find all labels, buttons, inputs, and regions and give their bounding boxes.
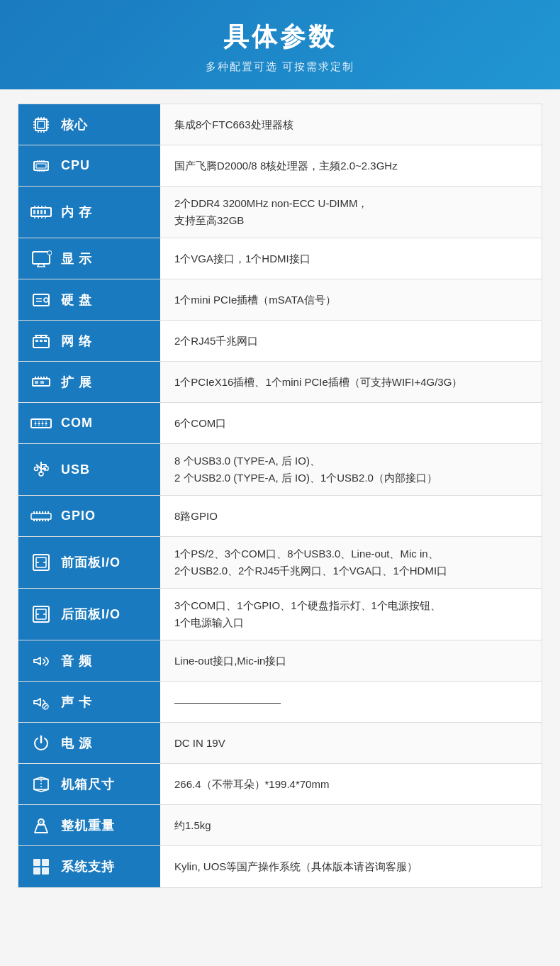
audio-icon [28,648,54,674]
svg-rect-15 [36,164,46,168]
spec-name-com: COM [61,416,93,431]
svg-rect-42 [33,294,49,306]
svg-rect-111 [42,867,49,875]
spec-label-audio: 音 频 [18,640,160,681]
svg-point-66 [45,422,47,424]
svg-point-81 [35,467,38,471]
usb-icon [28,457,54,482]
svg-point-64 [38,422,40,424]
spec-value-os: Kylin, UOS等国产操作系统（具体版本请咨询客服） [160,846,542,887]
svg-rect-60 [35,381,38,384]
expansion-icon [28,370,54,395]
svg-point-68 [38,421,40,422]
spec-label-usb: USB [18,444,160,495]
chip-icon [28,112,54,138]
svg-text:kg: kg [40,820,44,824]
spec-row-storage: 硬 盘1个mini PCIe插槽（mSATA信号） [18,279,542,321]
spec-label-soundcard: 声 卡 [18,682,160,722]
spec-value-power: DC IN 19V [160,723,542,763]
svg-rect-110 [33,867,40,875]
spec-name-cpu: CPU [61,158,90,173]
svg-rect-47 [35,340,38,342]
spec-value-core: 集成8个FTC663处理器核 [160,104,542,145]
spec-row-network: 网 络2个RJ45千兆网口 [18,321,542,362]
spec-label-network: 网 络 [18,321,160,361]
svg-rect-109 [42,859,49,866]
spec-row-gpio: GPIO8路GPIO [18,496,542,537]
spec-value-soundcard: —————————— [160,682,542,722]
spec-name-display: 显 示 [61,250,92,267]
spec-value-cpu: 国产飞腾D2000/8 8核处理器，主频2.0~2.3GHz [160,145,542,186]
spec-name-audio: 音 频 [61,653,92,670]
spec-label-storage: 硬 盘 [18,279,160,320]
svg-rect-46 [33,338,49,348]
svg-point-63 [35,422,37,424]
display-icon [28,246,54,272]
spec-name-memory: 内 存 [61,204,92,221]
spec-name-os: 系统支持 [61,858,115,875]
svg-rect-37 [33,252,50,264]
spec-value-audio: Line-out接口,Mic-in接口 [160,640,542,681]
svg-rect-83 [31,513,51,519]
spec-label-power: 电 源 [18,723,160,763]
spec-value-memory: 2个DDR4 3200MHz non-ECC U-DIMM， 支持至高32GB [160,187,542,238]
spec-name-usb: USB [61,462,90,477]
spec-name-power: 电 源 [61,735,92,752]
spec-label-core: 核心 [18,104,160,145]
spec-name-core: 核心 [61,116,88,133]
spec-name-soundcard: 声 卡 [61,694,92,711]
svg-rect-25 [33,210,35,214]
spec-label-display: 显 示 [18,238,160,279]
svg-rect-28 [44,210,46,214]
spec-value-weight: 约1.5kg [160,805,542,845]
panel-icon [28,601,54,627]
spec-label-weight: kg 整机重量 [18,805,160,845]
gpio-icon [28,504,54,529]
svg-line-105 [44,705,47,708]
spec-row-display: 显 示1个VGA接口，1个HDMI接口 [18,238,542,279]
spec-label-memory: 内 存 [18,187,160,238]
spec-value-com: 6个COM口 [160,403,542,443]
spec-value-network: 2个RJ45千兆网口 [160,321,542,361]
memory-icon [28,199,54,225]
os-icon [28,854,54,879]
svg-point-72 [38,425,40,426]
spec-name-rear-panel: 后面板I/O [61,606,121,623]
spec-value-front-panel: 1个PS/2、3个COM口、8个USB3.0、Line-out、Mic in、 … [160,537,542,588]
spec-value-usb: 8 个USB3.0 (TYPE-A, 后 IO)、 2 个USB2.0 (TYP… [160,444,542,495]
spec-table: 核心集成8个FTC663处理器核 CPU国产飞腾D2000/8 8核处理器，主频… [18,104,542,888]
network-icon [28,328,54,354]
spec-row-weight: kg 整机重量约1.5kg [18,805,542,846]
spec-label-com: COM [18,403,160,443]
spec-row-core: 核心集成8个FTC663处理器核 [18,104,542,145]
page-subtitle: 多种配置可选 可按需求定制 [14,60,546,74]
page-title: 具体参数 [14,20,546,55]
com-icon [28,411,54,436]
svg-point-69 [42,421,43,422]
chassis-icon [28,772,54,797]
svg-rect-108 [33,859,40,866]
spec-label-expansion: 扩 展 [18,362,160,402]
spec-name-front-panel: 前面板I/O [61,554,121,571]
page-header: 具体参数 多种配置可选 可按需求定制 [0,0,560,89]
spec-name-gpio: GPIO [61,509,96,523]
spec-value-rear-panel: 3个COM口、1个GPIO、1个硬盘指示灯、1个电源按钮、 1个电源输入口 [160,589,542,640]
spec-row-power: 电 源DC IN 19V [18,723,542,764]
spec-row-chassis: 机箱尺寸266.4（不带耳朵）*199.4*70mm [18,764,542,805]
svg-rect-62 [31,419,51,428]
spec-row-audio: 音 频Line-out接口,Mic-in接口 [18,640,542,682]
spec-name-storage: 硬 盘 [61,292,92,309]
spec-row-soundcard: 声 卡—————————— [18,682,542,723]
spec-row-cpu: CPU国产飞腾D2000/8 8核处理器，主频2.0~2.3GHz [18,145,542,187]
svg-rect-49 [44,340,47,342]
svg-rect-48 [40,340,43,342]
svg-point-71 [35,425,36,426]
svg-rect-1 [38,121,45,128]
spec-value-gpio: 8路GPIO [160,496,542,536]
spec-label-cpu: CPU [18,145,160,186]
cpu-icon [28,153,54,179]
svg-point-70 [45,421,47,422]
svg-point-74 [45,425,47,426]
soundcard-icon [28,689,54,715]
weight-icon: kg [28,813,54,838]
